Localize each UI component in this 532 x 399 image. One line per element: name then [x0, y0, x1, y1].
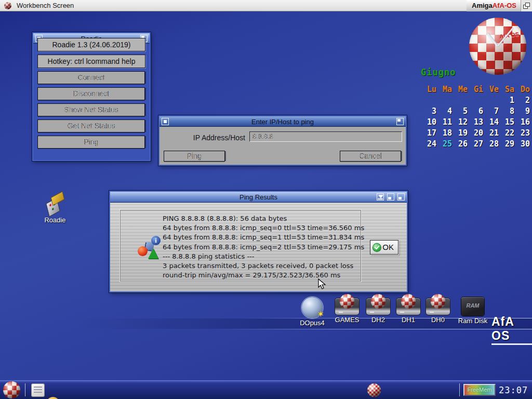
ping-output-text: PING 8.8.8.8 (8.8.8.8): 56 data bytes 64… — [163, 214, 364, 280]
workbench-desktop: Workbench Screen AmigaAfA-OS AfA OS Giug… — [0, 0, 532, 399]
ip-address-label: IP Address/Host — [170, 134, 245, 142]
calendar-week: 24 25 26 27 28 29 30 — [421, 139, 531, 149]
ok-button-label: OK — [382, 243, 394, 251]
freemem-gauge[interactable]: FreeMem — [463, 384, 496, 396]
taskbar-clock: 23:07 — [499, 385, 528, 395]
day — [483, 95, 499, 105]
day: 18 — [436, 128, 452, 138]
desktop-icon-ram-disk[interactable]: RAM Ram Disk — [453, 297, 493, 325]
day: 1 — [499, 95, 514, 105]
day: 3 — [421, 106, 436, 116]
day: 10 — [421, 117, 436, 127]
icon-label: DOpus4 — [292, 319, 332, 327]
day: 28 — [483, 139, 499, 149]
day: 13 — [468, 117, 483, 127]
roadie-version-label: Roadie 1.3 (24.06.2019) — [37, 38, 145, 51]
ping-line: PING 8.8.8.8 (8.8.8.8): 56 data bytes — [163, 214, 364, 223]
day: 21 — [483, 128, 499, 138]
ping-line: round-trip min/avg/max = 29.175/32.523/3… — [163, 271, 364, 280]
afa-os-wordmark: AfA OS — [491, 315, 532, 345]
day: 24 — [421, 139, 436, 149]
ping-line: 3 packets transmitted, 3 packets receive… — [163, 261, 364, 271]
ping-results-titlebar[interactable]: Ping Results — [110, 192, 407, 203]
day: 11 — [436, 117, 452, 127]
freemem-label: FreeMem — [467, 387, 491, 393]
ping-output-panel: i PING 8.8.8.8 (8.8.8.8): 56 data bytes … — [119, 209, 362, 282]
weekday: Ma — [436, 84, 452, 95]
weekday: Sa — [499, 84, 514, 95]
ip-address-input[interactable]: 8.8.8.8 — [249, 131, 402, 142]
info-icon: i — [138, 237, 165, 265]
weekday: Gi — [468, 84, 483, 95]
ram-chip-icon: RAM — [461, 297, 484, 316]
ping-prompt-window[interactable]: Enter IP/Host to ping IP Address/Host 8.… — [158, 115, 407, 166]
calendar-weekday-row: Lu Ma Me Gi Ve Sa Do — [421, 84, 531, 95]
desktop-icon-roadie[interactable]: Roadie — [35, 194, 75, 224]
day: 5 — [452, 106, 468, 116]
show-net-status-button[interactable]: Show Net Status — [37, 103, 145, 116]
taskbar[interactable]: ☂ FreeMem 23:07 — [0, 380, 532, 399]
depth-gadget-icon[interactable] — [397, 193, 405, 201]
zoom-gadget-icon[interactable] — [387, 193, 394, 201]
taskbar-notes-icon[interactable] — [31, 383, 45, 397]
iconify-gadget-icon[interactable] — [377, 193, 384, 201]
disk-drive-icon — [366, 296, 390, 315]
desktop-icon-dopus4[interactable]: DOpus4 — [292, 297, 332, 327]
calendar-widget: Giugno Lu Ma Me Gi Ve Sa Do 1 2 3 4 5 6 … — [421, 67, 531, 149]
day: 30 — [514, 139, 530, 149]
screen-title: Workbench Screen — [17, 2, 74, 9]
connect-button[interactable]: Connect — [37, 71, 145, 84]
brand-label: AmigaAfA-OS — [467, 0, 521, 11]
disk-drive-icon — [335, 296, 359, 315]
shelf-line — [213, 329, 532, 329]
day: 12 — [452, 117, 468, 127]
ping-confirm-button[interactable]: Ping — [164, 151, 225, 162]
screen-depth-gadget[interactable] — [521, 0, 532, 11]
calendar-week: 17 18 19 20 21 22 23 — [421, 128, 531, 138]
day: 2 — [514, 95, 530, 105]
disconnect-button[interactable]: Disconnect — [37, 87, 145, 100]
window-title: Enter IP/Host to ping — [159, 118, 406, 126]
cancel-button[interactable]: Cancel — [340, 151, 401, 162]
check-icon — [373, 244, 381, 251]
zoom-gadget-icon[interactable] — [396, 118, 404, 125]
day: 16 — [514, 117, 530, 127]
day: 4 — [436, 106, 452, 116]
day: 27 — [468, 139, 483, 149]
day — [436, 95, 452, 105]
day-highlighted: 25 — [436, 139, 452, 149]
calendar-week: 10 11 12 13 14 15 16 — [421, 117, 531, 127]
day — [468, 95, 483, 105]
ram-chip-text: RAM — [461, 302, 484, 309]
weekday: Me — [452, 84, 468, 95]
roadie-window[interactable]: Roadie Roadie 1.3 (24.06.2019) Hotkey: c… — [32, 32, 151, 161]
get-net-status-button[interactable]: Get Net Status — [37, 119, 145, 132]
taskbar-gold-cd-icon[interactable] — [46, 397, 60, 399]
calendar-week: 3 4 5 6 7 8 9 — [421, 106, 531, 116]
taskbar-start-boing-icon[interactable] — [3, 381, 20, 398]
day: 6 — [468, 106, 483, 116]
roadie-hotkey-label: Hotkey: ctrl lcommand help — [37, 55, 145, 68]
day: 29 — [499, 139, 514, 149]
ping-results-body: i PING 8.8.8.8 (8.8.8.8): 56 data bytes … — [110, 203, 407, 291]
day: 17 — [421, 128, 436, 138]
day: 8 — [499, 106, 514, 116]
day: 15 — [499, 117, 514, 127]
ping-button[interactable]: Ping — [37, 136, 145, 149]
brand-afaos: AfA-OS — [493, 2, 516, 9]
ok-button[interactable]: OK — [370, 240, 398, 255]
desktop-icon-dh0[interactable]: DH0 — [418, 296, 458, 324]
day: 26 — [452, 139, 468, 149]
taskbar-silver-boing-icon[interactable] — [367, 383, 381, 397]
day: 7 — [483, 106, 499, 116]
icon-label: DH0 — [418, 316, 458, 324]
ping-prompt-titlebar[interactable]: Enter IP/Host to ping — [159, 116, 406, 127]
day: 19 — [452, 128, 468, 138]
ping-results-window[interactable]: Ping Results i PING 8.8.8.8 (8.8.8.8): 5… — [109, 191, 408, 292]
ping-line: 64 bytes from 8.8.8.8: icmp_seq=2 ttl=53… — [163, 243, 364, 252]
dopus-sphere-icon — [302, 297, 323, 318]
day: 9 — [514, 106, 530, 116]
menubar[interactable]: Workbench Screen AmigaAfA-OS — [0, 0, 532, 11]
weekday: Ve — [483, 84, 499, 95]
disk-drive-icon — [396, 296, 420, 315]
